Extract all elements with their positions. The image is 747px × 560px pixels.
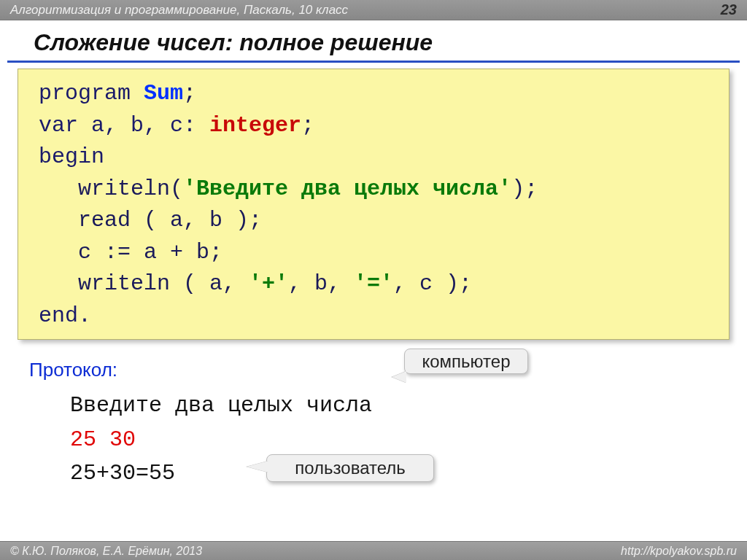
code-block: program Sum; var a, b, c: integer; begin…	[18, 69, 729, 340]
course-title: Алгоритмизация и программирование, Паска…	[10, 3, 348, 18]
code-line-4a: writeln(	[39, 176, 183, 201]
callout-user: пользователь	[266, 454, 434, 482]
slide-header: Алгоритмизация и программирование, Паска…	[0, 0, 747, 20]
callout-computer: компьютер	[404, 349, 528, 374]
code-line-6: c := a + b;	[39, 240, 222, 265]
callout-tail-icon	[392, 371, 406, 383]
code-line-5: read ( a, b );	[39, 208, 262, 233]
code-line-1a: program	[39, 81, 144, 106]
protocol-line-3: 25+30=55	[70, 461, 175, 486]
code-line-7a: writeln ( a,	[39, 271, 249, 296]
callout-computer-text: компьютер	[422, 351, 510, 371]
code-line-1b: ;	[183, 81, 196, 106]
code-line-3: begin	[39, 144, 104, 169]
code-string-3: '='	[354, 271, 393, 296]
code-type: integer	[209, 113, 301, 138]
callout-tail-icon	[247, 461, 268, 472]
footer-copyright: © К.Ю. Поляков, Е.А. Ерёмин, 2013	[10, 545, 202, 558]
footer-url: http://kpolyakov.spb.ru	[621, 545, 737, 558]
slide-title: Сложение чисел: полное решение	[7, 20, 740, 63]
code-line-2a: var a, b, c:	[39, 113, 209, 138]
code-string-2: '+'	[249, 271, 288, 296]
callout-user-text: пользователь	[295, 458, 406, 478]
slide-footer: © К.Ю. Поляков, Е.А. Ерёмин, 2013 http:/…	[0, 541, 747, 560]
code-program-name: Sum	[144, 81, 183, 106]
code-line-4b: );	[511, 176, 538, 201]
protocol-label: Протокол:	[29, 359, 747, 381]
code-line-7m: , b,	[288, 271, 354, 296]
protocol-line-2: 25 30	[70, 427, 136, 452]
code-line-7b: , c );	[393, 271, 472, 296]
code-line-8: end.	[39, 303, 91, 328]
protocol-line-1: Введите два целых числа	[70, 393, 372, 418]
code-string-1: 'Введите два целых числа'	[183, 176, 511, 201]
code-line-2b: ;	[301, 113, 314, 138]
page-number: 23	[721, 1, 737, 18]
